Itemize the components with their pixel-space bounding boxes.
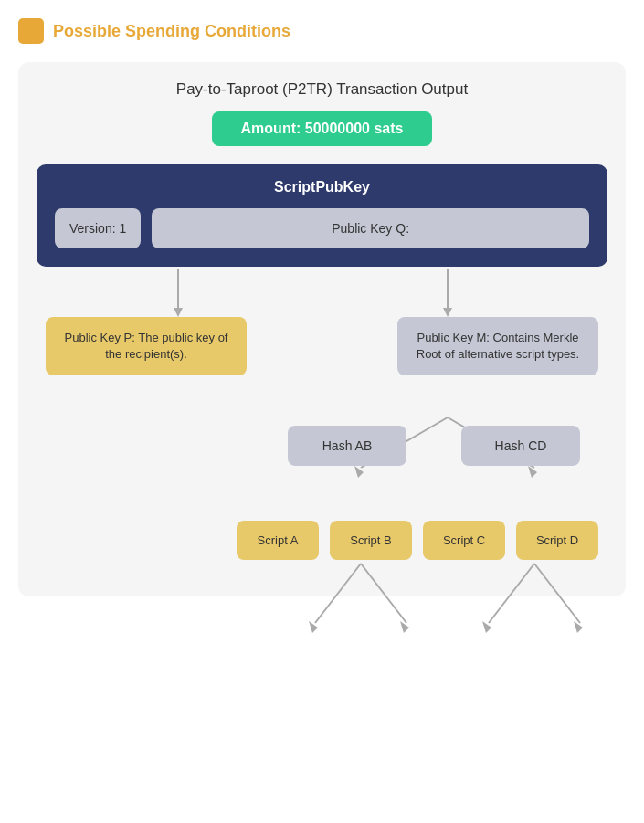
- hash-cd-node: Hash CD: [461, 426, 580, 466]
- p2tr-title: Pay-to-Taproot (P2TR) Transaction Output: [37, 80, 607, 99]
- svg-marker-13: [482, 621, 491, 633]
- page-header: Possible Spending Conditions: [18, 18, 626, 44]
- svg-marker-15: [574, 621, 583, 633]
- header-icon: [18, 18, 44, 44]
- svg-marker-9: [309, 621, 318, 633]
- amount-badge: Amount: 50000000 sats: [212, 111, 433, 146]
- script-b-node: Script B: [330, 521, 412, 560]
- script-pubkey-box: ScriptPubKey Version: 1 Public Key Q:: [37, 164, 607, 267]
- main-diagram-box: Pay-to-Taproot (P2TR) Transaction Output…: [18, 62, 626, 596]
- header-title: Possible Spending Conditions: [53, 22, 290, 41]
- script-pubkey-fields: Version: 1 Public Key Q:: [55, 208, 589, 248]
- hash-ab-node: Hash AB: [288, 426, 406, 466]
- script-c-node: Script C: [423, 521, 505, 560]
- pubkey-q-field: Public Key Q:: [152, 208, 589, 248]
- version-field: Version: 1: [55, 208, 141, 248]
- script-d-node: Script D: [516, 521, 598, 560]
- svg-marker-11: [400, 621, 409, 633]
- pubkey-m-node: Public Key M: Contains Merkle Root of al…: [397, 317, 598, 375]
- script-a-node: Script A: [237, 521, 319, 560]
- pubkey-p-node: Public Key P: The public key of the reci…: [46, 317, 247, 375]
- script-pubkey-title: ScriptPubKey: [55, 179, 589, 195]
